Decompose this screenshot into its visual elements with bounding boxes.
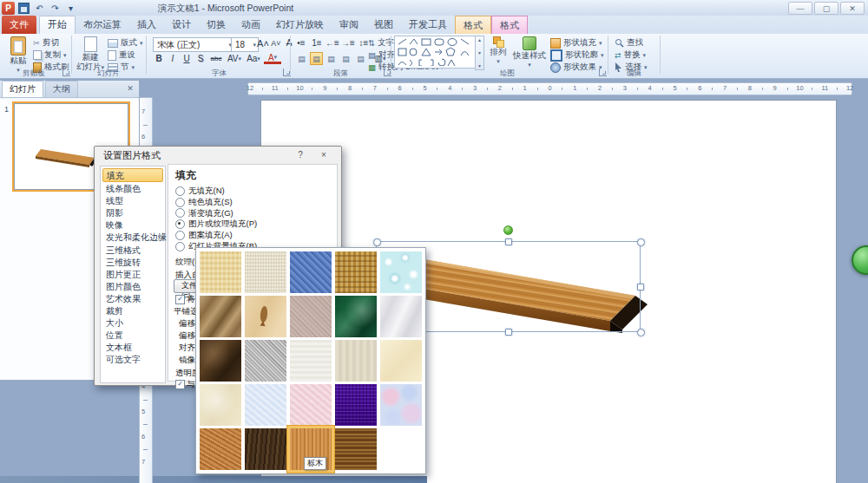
texture-swatch-棕色大理石[interactable] <box>200 340 241 382</box>
texture-swatch-鱼类化石[interactable] <box>245 296 286 337</box>
texture-swatch-软木塞[interactable] <box>200 428 241 470</box>
texture-swatch-花岗岩[interactable] <box>245 340 286 382</box>
ribbon-tab-幻灯片放映[interactable]: 幻灯片放映 <box>268 16 332 34</box>
fill-option-渐变填充(G)[interactable]: 渐变填充(G) <box>175 208 257 219</box>
copy-button[interactable]: 复制▾ <box>33 49 67 61</box>
rotation-handle[interactable] <box>503 225 513 235</box>
texture-swatch-栎木[interactable]: 栎木 <box>290 428 332 470</box>
grow-font-icon[interactable]: A˄ <box>257 37 269 49</box>
dialog-nav-阴影[interactable]: 阴影 <box>101 206 165 219</box>
bullets-icon[interactable]: •≡ <box>295 37 307 49</box>
italic-button[interactable]: I <box>167 53 179 65</box>
dialog-nav-线型[interactable]: 线型 <box>101 194 165 206</box>
tab-slides[interactable]: 幻灯片 <box>2 81 43 97</box>
texture-swatch-胡桃[interactable] <box>245 428 286 470</box>
texture-swatch-纸袋[interactable] <box>200 296 241 337</box>
dialog-nav-图片更正[interactable]: 图片更正 <box>101 268 165 280</box>
strikethrough-button[interactable]: abc <box>208 53 224 65</box>
shapes-scroll-down-icon[interactable]: ▼ <box>477 50 482 55</box>
cut-button[interactable]: ✂ 剪切 <box>33 37 59 49</box>
dialog-nav-裁剪[interactable]: 裁剪 <box>101 304 165 317</box>
text-shadow-button[interactable]: S <box>194 53 207 65</box>
ribbon-tab-布尔运算[interactable]: 布尔运算 <box>76 16 129 34</box>
texture-swatch-纸莎草纸[interactable] <box>200 251 241 293</box>
bold-button[interactable]: B <box>153 53 165 65</box>
dialog-nav-三维旋转[interactable]: 三维旋转 <box>101 256 165 268</box>
dialog-nav-映像[interactable]: 映像 <box>101 219 165 231</box>
texture-swatch-新闻纸[interactable] <box>290 340 332 382</box>
clipboard-dialog-launcher[interactable] <box>62 69 70 76</box>
resize-handle-top-right[interactable] <box>637 238 645 246</box>
texture-swatch-羊皮纸[interactable] <box>380 340 422 382</box>
texture-swatch-信纸[interactable] <box>200 384 241 426</box>
align-right-button[interactable]: ▤ <box>325 52 338 65</box>
dialog-nav-艺术效果[interactable]: 艺术效果 <box>101 292 165 304</box>
texture-swatch-深色木质[interactable] <box>335 428 377 470</box>
close-button[interactable]: ✕ <box>840 2 865 15</box>
texture-swatch-编织物[interactable] <box>335 251 377 293</box>
resize-handle-right[interactable] <box>637 284 644 290</box>
dialog-nav-图片颜色[interactable]: 图片颜色 <box>101 280 165 292</box>
ribbon-tab-切换[interactable]: 切换 <box>199 16 233 34</box>
dialog-help-button[interactable]: ? <box>294 150 306 161</box>
distribute-button[interactable]: ▤ <box>354 52 367 65</box>
dialog-nav-三维格式[interactable]: 三维格式 <box>101 244 165 256</box>
dialog-nav-大小[interactable]: 大小 <box>101 317 165 329</box>
minimize-button[interactable]: — <box>788 2 812 15</box>
ribbon-tab-开发工具[interactable]: 开发工具 <box>401 16 455 34</box>
save-icon[interactable] <box>17 2 30 15</box>
fill-option-图片或纹理填充(P)[interactable]: 图片或纹理填充(P) <box>175 219 257 230</box>
new-slide-button[interactable]: 新建 幻灯片▾ <box>76 36 104 72</box>
font-name-combo[interactable]: 宋体 (正文)▾ <box>153 37 234 52</box>
maximize-button[interactable]: ▢ <box>814 2 838 15</box>
shapes-more-icon[interactable]: ▼ <box>477 63 482 69</box>
shape-effects-button[interactable]: 形状效果▾ <box>550 62 602 73</box>
layout-button[interactable]: 版式▾ <box>108 37 143 49</box>
ribbon-tab-设计[interactable]: 设计 <box>164 16 199 34</box>
texture-swatch-再生纸[interactable] <box>335 340 377 382</box>
justify-button[interactable]: ▤ <box>339 52 352 65</box>
drawing-dialog-launcher[interactable] <box>599 69 607 76</box>
dialog-nav-填充[interactable]: 填充 <box>102 168 163 182</box>
dialog-nav-可选文字[interactable]: 可选文字 <box>101 353 165 365</box>
shape-outline-button[interactable]: 形状轮廓▾ <box>550 49 604 61</box>
shrink-font-icon[interactable]: A˅ <box>270 37 282 49</box>
clear-formatting-icon[interactable]: A <box>283 37 295 49</box>
screen-recorder-badge[interactable] <box>852 245 868 275</box>
ribbon-tab-视图[interactable]: 视图 <box>366 16 401 34</box>
replace-button[interactable]: ⇄ 替换▾ <box>615 49 646 61</box>
dialog-nav-发光和柔化边缘[interactable]: 发光和柔化边缘 <box>101 231 165 243</box>
reset-button[interactable]: 重设 <box>108 49 135 61</box>
align-left-button[interactable]: ▤ <box>295 52 308 65</box>
dialog-nav-位置[interactable]: 位置 <box>101 329 165 341</box>
texture-swatch-画布[interactable] <box>245 251 286 293</box>
tab-outline[interactable]: 大纲 <box>45 81 78 97</box>
resize-handle-bottom-right[interactable] <box>637 329 645 336</box>
ribbon-tab-文件[interactable]: 文件 <box>2 16 36 34</box>
texture-swatch-绿色大理石[interactable] <box>335 296 377 337</box>
resize-handle-top-left[interactable] <box>373 238 381 246</box>
texture-swatch-花束[interactable] <box>380 384 422 426</box>
fill-option-纯色填充(S)[interactable]: 纯色填充(S) <box>175 197 257 208</box>
ribbon-tab-格式[interactable]: 格式 <box>491 16 528 35</box>
arrange-button[interactable]: 排列▾ <box>486 36 510 66</box>
character-spacing-button[interactable]: AV▾ <box>226 53 243 65</box>
shapes-scroll-up-icon[interactable]: ▲ <box>477 37 482 42</box>
find-button[interactable]: 查找 <box>615 37 643 49</box>
quick-styles-button[interactable]: 快速样式▾ <box>512 36 547 69</box>
resize-handle-top[interactable] <box>505 238 512 245</box>
texture-swatch-沙滩[interactable] <box>290 296 332 337</box>
ribbon-tab-插入[interactable]: 插入 <box>129 16 164 34</box>
shapes-scroll-buttons[interactable]: ▲ ▼ ▼ <box>475 36 484 70</box>
powerpoint-logo-icon[interactable]: P <box>2 2 15 15</box>
tile-checkbox[interactable]: ✓ <box>175 295 185 304</box>
change-case-button[interactable]: Aa▾ <box>245 53 262 65</box>
ribbon-tab-开始[interactable]: 开始 <box>39 16 76 34</box>
texture-swatch-白色大理石[interactable] <box>380 296 422 337</box>
dialog-nav-文本框[interactable]: 文本框 <box>101 341 165 353</box>
fill-option-无填充(N)[interactable]: 无填充(N) <box>175 186 257 197</box>
ribbon-tab-审阅[interactable]: 审阅 <box>332 16 366 34</box>
fill-option-图案填充(A)[interactable]: 图案填充(A) <box>175 230 257 241</box>
texture-swatch-水滴[interactable] <box>380 251 422 293</box>
resize-handle-bottom[interactable] <box>505 329 512 336</box>
